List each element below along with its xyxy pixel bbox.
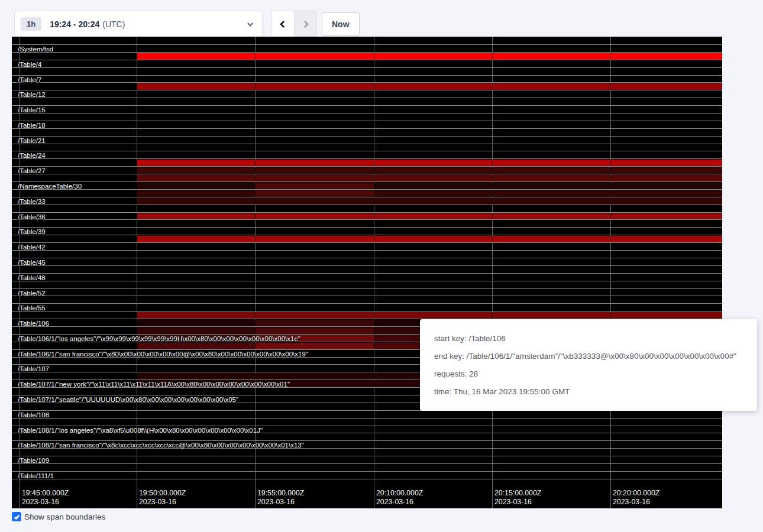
row-label: /Table/36 (18, 213, 46, 220)
heatmap-row: /Table/108/1/"san francisco"/"\x8c\xcc\x… (12, 440, 722, 456)
row-label: /Table/106/1/"san francisco"/"\x80\x00\x… (18, 351, 308, 358)
heatmap-row: /Table/42 (12, 242, 722, 258)
heatmap-band (374, 167, 492, 174)
heatmap-band (374, 53, 492, 60)
heatmap-subrow: /Table/42 (12, 242, 722, 250)
heatmap-subrow: /Table/33 (12, 197, 722, 205)
row-label: /Table/12 (18, 91, 46, 98)
tooltip-requests: requests: 28 (434, 369, 743, 378)
axis-time: 19:55:00.000Z (257, 489, 304, 498)
heatmap-subrow: /Table/108/1/"los angeles"/"\xa8\xf5\u00… (12, 426, 722, 433)
axis-date: 2023-03-16 (257, 498, 304, 507)
heatmap-band (610, 175, 722, 181)
axis-time: 19:50:00.000Z (139, 489, 186, 498)
heatmap-row: /Table/111/1 (12, 471, 722, 486)
axis-tick-label: 20:10:00.000Z2023-03-16 (376, 489, 423, 507)
heatmap-row: /Table/33 (12, 197, 722, 212)
heatmap-row: /Table/39 (12, 227, 722, 242)
prev-window-button[interactable] (271, 11, 294, 37)
time-nav-group (271, 11, 317, 37)
heatmap-subrow: /System/tsd (12, 44, 722, 52)
heatmap-row: /Table/4 (12, 60, 722, 75)
row-label: /Table/45 (18, 259, 46, 266)
heatmap-band (255, 190, 374, 197)
axis-time: 20:20:00.000Z (613, 489, 659, 498)
heatmap-row: /Table/27 (12, 166, 722, 181)
heatmap-band (492, 312, 610, 319)
heatmap-band (137, 236, 255, 242)
heatmap-band (255, 53, 374, 60)
heatmap-band (492, 53, 610, 60)
next-window-button[interactable] (294, 11, 316, 37)
heatmap-band (137, 53, 255, 60)
heatmap-row: /Table/21 (12, 136, 722, 151)
heatmap-subrow: /Table/21 (12, 136, 722, 144)
heatmap-band (255, 175, 374, 181)
heatmap-subrow: /Table/24 (12, 151, 722, 158)
tooltip-start-key: start key: /Table/106 (434, 334, 743, 343)
axis-tick-label: 20:20:00.000Z2023-03-16 (613, 489, 659, 507)
heatmap-band (610, 236, 722, 242)
heatmap-row: /Table/18 (12, 121, 722, 136)
row-label: /Table/107/1/"seattle"/"UUUUUUD\x00\x80\… (18, 396, 238, 403)
heatmap-band (374, 160, 492, 166)
heatmap-band (255, 312, 374, 319)
heatmap-band (610, 83, 722, 90)
show-span-boundaries-label[interactable]: Show span boundaries (24, 512, 105, 521)
span-boundaries-control: Show span boundaries (12, 512, 105, 521)
key-visualizer-canvas[interactable]: /System/tsd/Table/4/Table/7/Table/12/Tab… (12, 37, 722, 508)
heatmap-band (492, 167, 610, 174)
heatmap-band (610, 198, 722, 205)
axis-time: 20:15:00.000Z (494, 489, 541, 498)
heatmap-band (255, 213, 374, 220)
heatmap-subrow (12, 250, 722, 258)
heatmap-band (137, 160, 255, 166)
heatmap-row: /Table/36 (12, 212, 722, 228)
row-label: /Table/15 (18, 106, 46, 113)
time-range-select[interactable]: 1h 19:24 - 20:24 (UTC) (14, 11, 263, 37)
bucket-tooltip: start key: /Table/106 end key: /Table/10… (420, 319, 757, 411)
heatmap-subrow: /Table/7 (12, 75, 722, 83)
range-duration-badge: 1h (21, 17, 41, 31)
axis-date: 2023-03-16 (376, 498, 423, 507)
heatmap-band (374, 83, 492, 90)
heatmap-subrow (12, 281, 722, 288)
heatmap-subrow: /Table/12 (12, 90, 722, 98)
heatmap-subrow: /Table/18 (12, 121, 722, 128)
heatmap-subrow (12, 463, 722, 471)
heatmap-band (374, 213, 492, 220)
heatmap-subrow: /Table/39 (12, 227, 722, 235)
heatmap-row: /Table/45 (12, 258, 722, 273)
heatmap-subrow (12, 219, 722, 227)
heatmap-subrow (12, 98, 722, 105)
range-timezone: (UTC) (102, 20, 125, 29)
heatmap-row: /Table/24 (12, 151, 722, 166)
heatmap-band (492, 213, 610, 220)
heatmap-band (137, 83, 255, 90)
heatmap-band (137, 312, 255, 319)
row-label: /Table/21 (18, 137, 46, 144)
row-label: /Table/7 (18, 76, 41, 83)
heatmap-row: /Table/108/1/"los angeles"/"\xa8\xf5\u00… (12, 426, 722, 441)
heatmap-subrow (12, 205, 722, 212)
row-label: /NamespaceTable/30 (18, 183, 82, 190)
heatmap-subrow (12, 296, 722, 303)
row-label: /Table/24 (18, 152, 46, 159)
now-button[interactable]: Now (322, 12, 360, 36)
show-span-boundaries-checkbox[interactable] (12, 512, 21, 521)
row-label: /Table/18 (18, 122, 46, 129)
axis-tick-label: 19:50:00.000Z2023-03-16 (139, 489, 186, 507)
axis-date: 2023-03-16 (613, 498, 659, 507)
row-label: /Table/108/1/"los angeles"/"\xa8\xf5\u00… (18, 427, 263, 434)
heatmap-row: /Table/52 (12, 288, 722, 304)
heatmap-subrow (12, 448, 722, 456)
heatmap-row: /Table/48 (12, 273, 722, 288)
heatmap-subrow (12, 433, 722, 440)
chevron-right-icon (302, 20, 310, 28)
heatmap-band (137, 175, 255, 181)
heatmap-band (610, 53, 722, 60)
heatmap-band (137, 327, 255, 334)
heatmap-band (374, 312, 492, 319)
heatmap-subrow (12, 67, 722, 75)
heatmap-band (374, 236, 492, 242)
